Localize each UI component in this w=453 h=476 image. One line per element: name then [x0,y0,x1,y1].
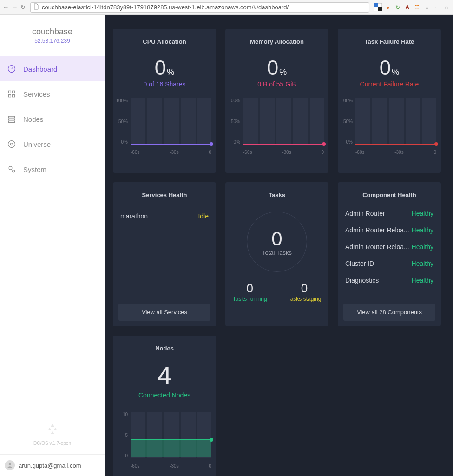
reload-icon[interactable]: ↻ [20,4,26,11]
grid-icon [7,89,17,99]
ytick: 50% [228,119,240,124]
extension-icon[interactable]: ● [384,3,392,11]
svg-rect-9 [8,116,14,118]
sidebar-item-label: Services [23,90,50,98]
card-header: Services Health [113,182,216,201]
fail-subtitle: Current Failure Rate [338,80,441,88]
line-dot-icon [322,142,326,146]
component-row[interactable]: DiagnosticsHealthy [345,272,433,289]
nodes-plot [131,412,211,458]
tasks-ring: 0 Total Tasks [247,212,307,272]
card-header: Component Health [338,182,441,201]
disk-icon [7,139,17,149]
sidebar-item-label: System [23,165,46,173]
mem-value: 0 [267,56,278,79]
sidebar-item-system[interactable]: System [0,157,105,182]
view-all-services-button[interactable]: View all Services [118,304,210,321]
xtick: -60s [355,150,364,155]
ytick: 100% [228,98,240,103]
view-all-components-button[interactable]: View all 28 Components [343,304,435,321]
component-row[interactable]: Admin Router Reloa...Healthy [345,238,433,255]
svg-rect-1 [378,3,382,7]
tasks-total-label: Total Tasks [262,249,292,256]
line-dot-icon [434,142,438,146]
svg-rect-0 [374,3,378,7]
component-row[interactable]: Admin RouterHealthy [345,205,433,222]
svg-rect-7 [8,95,11,97]
ytick: 5 [116,433,128,438]
card-task-failure-rate: Task Failure Rate 0% Current Failure Rat… [338,29,441,173]
card-services-health: Services Health marathon Idle View all S… [113,182,216,326]
back-icon[interactable]: ← [3,4,9,11]
card-header: CPU Allocation [113,29,216,48]
tasks-running-label: Tasks running [233,296,267,302]
sidebar-item-services[interactable]: Services [0,81,105,106]
card-nodes: Nodes 4 Connected Nodes 1050 -60s-30s0 [113,336,216,476]
xtick: -60s [131,463,139,469]
url-bar[interactable]: couchbase-elasticl-14ltdn783y89t-1791879… [30,2,369,13]
tasks-staging-label: Tasks staging [288,296,322,302]
nodes-area-fill [131,439,211,457]
sidebar: couchbase 52.53.176.239 Dashboard Servic… [0,15,105,476]
refresh-ext-icon[interactable]: ↻ [394,3,401,11]
gears-icon [7,164,17,174]
component-name: Admin Router [345,210,385,217]
component-row[interactable]: Admin Router Reloa...Healthy [345,222,433,238]
xtick: 0 [433,150,436,155]
letter-a-icon[interactable]: A [403,3,411,11]
sidebar-item-nodes[interactable]: Nodes [0,106,105,132]
avatar-icon [5,460,15,470]
mem-plot [243,98,324,145]
xtick: -30s [170,463,178,469]
box-icon[interactable]: ▫ [433,3,440,11]
xtick: 0 [209,463,211,469]
tasks-running-value: 0 [233,281,267,296]
svg-rect-10 [8,119,14,120]
svg-point-12 [8,141,15,148]
forward-icon[interactable]: → [12,4,18,11]
component-row[interactable]: Cluster IDHealthy [345,255,433,272]
account-bar[interactable]: arun.gupta@gmail.com [0,454,105,476]
tasks-staging-value: 0 [288,281,322,296]
ytick: 0 [116,453,128,458]
ytick: 0% [228,139,240,145]
svg-marker-19 [51,431,54,434]
svg-rect-3 [378,7,382,12]
ytick: 0% [116,139,128,145]
fail-chart: 100%50%0% -60s-30s0 [338,95,441,157]
app-title: couchbase [0,27,105,37]
cpu-value: 0 [155,56,166,79]
svg-point-13 [11,143,13,145]
version-label: DC/OS v.1.7-open [0,441,105,446]
component-name: Cluster ID [345,260,374,267]
service-name: marathon [120,212,148,220]
sidebar-item-dashboard[interactable]: Dashboard [0,56,105,81]
component-status: Healthy [412,260,433,267]
mem-unit: % [279,67,287,77]
component-status: Healthy [412,226,433,234]
rss-icon[interactable]: ☷ [413,3,421,11]
svg-marker-16 [51,424,54,427]
cpu-plot [131,98,211,145]
home-icon[interactable]: ⌂ [442,3,450,11]
sidebar-item-label: Universe [23,140,51,148]
svg-rect-2 [374,7,378,12]
fail-unit: % [392,67,399,77]
url-text: couchbase-elasticl-14ltdn783y89t-1791879… [42,4,289,11]
card-header: Task Failure Rate [338,29,441,48]
svg-point-14 [9,166,12,170]
delicious-icon[interactable] [374,3,382,11]
extensions-tray: ● ↻ A ☷ ✫ ▫ ⌂ [374,3,450,11]
svg-point-20 [9,463,11,465]
app-icon[interactable]: ✫ [423,3,431,11]
page-icon [33,3,39,11]
xtick: 0 [321,150,324,155]
sidebar-item-universe[interactable]: Universe [0,132,105,157]
service-row[interactable]: marathon Idle [120,208,209,225]
xtick: -30s [394,150,403,155]
sidebar-item-label: Nodes [23,115,43,123]
sidebar-item-label: Dashboard [23,65,57,73]
app-ip[interactable]: 52.53.176.239 [0,38,105,44]
nodes-chart: 1050 -60s-30s0 [113,409,216,470]
svg-rect-8 [13,95,15,97]
